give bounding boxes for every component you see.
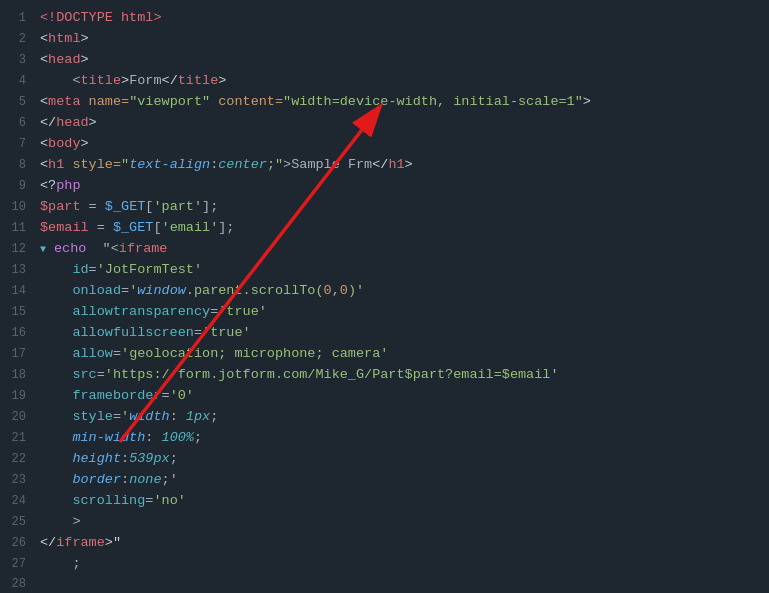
token — [40, 283, 72, 298]
line-content: scrolling='no' — [40, 491, 769, 512]
token: > — [583, 94, 591, 109]
token: scrolling — [72, 493, 145, 508]
line-number: 19 — [8, 387, 40, 406]
line-content: style='width: 1px; — [40, 407, 769, 428]
token: ]; — [202, 199, 218, 214]
line-content: onload='window.parent.scrollTo(0,0)' — [40, 281, 769, 302]
token: $part — [40, 199, 81, 214]
line-number: 6 — [8, 114, 40, 133]
line-content: <html> — [40, 29, 769, 50]
token: head — [56, 115, 88, 130]
line-content: <title>Form</title> — [40, 71, 769, 92]
line-content: <!DOCTYPE html> — [40, 8, 769, 29]
token: = — [97, 367, 105, 382]
token: = — [113, 346, 121, 361]
token: </ — [162, 73, 178, 88]
line-number: 24 — [8, 492, 40, 511]
token: echo — [54, 241, 86, 256]
line-content: <h1 style="text-align:center;">Sample Fr… — [40, 155, 769, 176]
token: iframe — [119, 241, 168, 256]
token: style — [72, 409, 113, 424]
line-content: <head> — [40, 50, 769, 71]
line-content: allowtransparency='true' — [40, 302, 769, 323]
line-content: allow='geolocation; microphone; camera' — [40, 344, 769, 365]
token: = — [89, 262, 97, 277]
line-number: 4 — [8, 72, 40, 91]
code-line: 27 ; — [0, 554, 769, 575]
token: 'no' — [153, 493, 185, 508]
code-line: 6</head> — [0, 113, 769, 134]
token: .scrollTo( — [243, 283, 324, 298]
token: ; — [170, 451, 178, 466]
code-line: 14 onload='window.parent.scrollTo(0,0)' — [0, 281, 769, 302]
token: none — [129, 472, 161, 487]
token — [40, 367, 72, 382]
token: > — [218, 73, 226, 88]
token: 'true' — [218, 304, 267, 319]
token: 'geolocation; microphone; camera' — [121, 346, 388, 361]
line-content: <meta name="viewport" content="width=dev… — [40, 92, 769, 113]
line-content: </head> — [40, 113, 769, 134]
code-line: 10$part = $_GET['part']; — [0, 197, 769, 218]
token: style= — [64, 157, 121, 172]
token: meta — [48, 94, 80, 109]
token: center — [218, 157, 267, 172]
line-number: 1 — [8, 9, 40, 28]
token — [40, 493, 72, 508]
token: '0' — [170, 388, 194, 403]
token: > — [40, 514, 81, 529]
token: 'https://form.jotform.com/Mike_G/Part$pa… — [105, 367, 559, 382]
token: < — [40, 31, 48, 46]
line-content: $email = $_GET['email']; — [40, 218, 769, 239]
token: > — [121, 73, 129, 88]
token: ; — [40, 556, 81, 571]
token: body — [48, 136, 80, 151]
token: $_GET — [105, 199, 146, 214]
token: onload — [72, 283, 121, 298]
token — [40, 325, 72, 340]
token: , — [332, 283, 340, 298]
line-number: 20 — [8, 408, 40, 427]
token: 'JotFormTest' — [97, 262, 202, 277]
token: ;" — [267, 157, 283, 172]
token — [40, 346, 72, 361]
code-line: 7<body> — [0, 134, 769, 155]
token: allowfullscreen — [72, 325, 194, 340]
token: ]; — [218, 220, 234, 235]
line-number: 5 — [8, 93, 40, 112]
token: 0 — [324, 283, 332, 298]
token: src — [72, 367, 96, 382]
collapse-icon[interactable]: ▼ — [40, 242, 52, 258]
line-content: border:none;' — [40, 470, 769, 491]
token: ; — [194, 430, 202, 445]
token: )' — [348, 283, 364, 298]
line-number: 15 — [8, 303, 40, 322]
token: width — [129, 409, 170, 424]
code-line: 3<head> — [0, 50, 769, 71]
token: > — [81, 136, 89, 151]
token: < — [40, 157, 48, 172]
token: > — [81, 31, 89, 46]
line-number: 25 — [8, 513, 40, 532]
code-line: 24 scrolling='no' — [0, 491, 769, 512]
line-number: 16 — [8, 324, 40, 343]
token: < — [40, 52, 48, 67]
token: title — [178, 73, 219, 88]
token: 100% — [162, 430, 194, 445]
token: = — [162, 388, 170, 403]
code-line: 18 src='https://form.jotform.com/Mike_G/… — [0, 365, 769, 386]
token — [40, 472, 72, 487]
line-content: > — [40, 512, 769, 533]
token: id — [72, 262, 88, 277]
token: = — [121, 283, 129, 298]
token: . — [186, 283, 194, 298]
token: height — [72, 451, 121, 466]
token: ' — [121, 409, 129, 424]
line-number: 18 — [8, 366, 40, 385]
token: ; — [210, 409, 218, 424]
line-number: 9 — [8, 177, 40, 196]
token: 539px — [129, 451, 170, 466]
line-content: src='https://form.jotform.com/Mike_G/Par… — [40, 365, 769, 386]
token: ;' — [162, 472, 178, 487]
line-number: 28 — [8, 575, 40, 593]
